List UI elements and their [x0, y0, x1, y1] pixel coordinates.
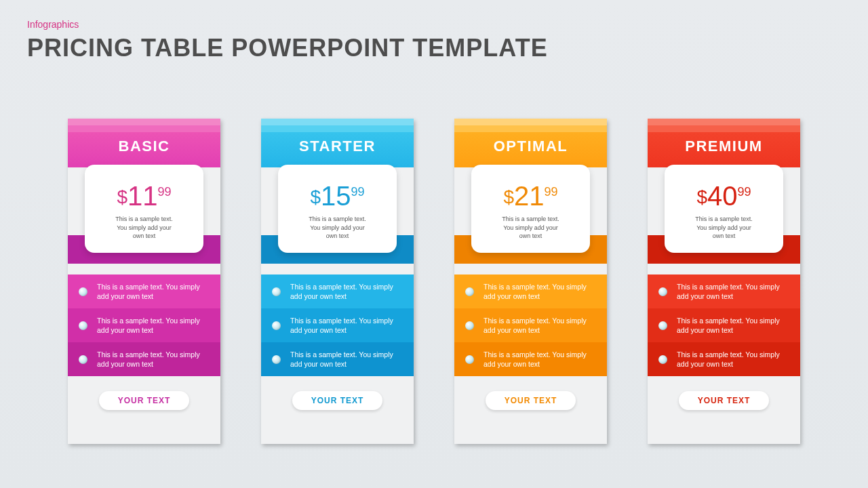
bullet-icon — [658, 321, 667, 330]
feature-text: This is a sample text. You simply add yo… — [97, 350, 211, 369]
price-main: 15 — [321, 182, 351, 209]
page-title: PRICING TABLE POWERPOINT TEMPLATE — [27, 34, 548, 62]
feature-item: This is a sample text. You simply add yo… — [454, 274, 607, 308]
feature-text: This is a sample text. You simply add yo… — [97, 316, 211, 335]
bullet-icon — [465, 287, 474, 296]
bullet-icon — [658, 287, 667, 296]
price-box: $ 11 99 This is a sample text. You simpl… — [85, 165, 203, 253]
price-box: $ 40 99 This is a sample text. You simpl… — [665, 165, 783, 253]
bullet-icon — [465, 355, 474, 364]
tier-header: STARTER — [261, 119, 414, 167]
tier-header: BASIC — [68, 119, 220, 167]
bullet-icon — [272, 287, 281, 296]
tier-name: PREMIUM — [648, 138, 800, 155]
feature-item: This is a sample text. You simply add yo… — [68, 274, 220, 308]
price-note: This is a sample text. You simply add yo… — [298, 215, 377, 241]
feature-text: This is a sample text. You simply add yo… — [677, 350, 791, 369]
cta-button[interactable]: YOUR TEXT — [99, 391, 190, 410]
price-cents: 99 — [158, 185, 172, 199]
price-note: This is a sample text. You simply add yo… — [491, 215, 570, 241]
price-value: $ 15 99 — [310, 182, 364, 209]
feature-item: This is a sample text. You simply add yo… — [261, 308, 414, 342]
bullet-icon — [272, 355, 281, 364]
tier-header: OPTIMAL — [454, 119, 607, 167]
feature-list: This is a sample text. You simply add yo… — [648, 274, 800, 376]
price-main: 11 — [127, 182, 158, 209]
feature-item: This is a sample text. You simply add yo… — [454, 308, 607, 342]
price-note: This is a sample text. You simply add yo… — [104, 215, 184, 241]
bullet-icon — [658, 355, 667, 364]
bullet-icon — [272, 321, 281, 330]
price-box: $ 21 99 This is a sample text. You simpl… — [471, 165, 590, 253]
feature-list: This is a sample text. You simply add yo… — [68, 274, 220, 376]
bullet-icon — [79, 321, 87, 330]
bullet-icon — [465, 321, 474, 330]
feature-text: This is a sample text. You simply add yo… — [484, 316, 597, 335]
feature-item: This is a sample text. You simply add yo… — [648, 308, 800, 342]
kicker-label: Infographics — [27, 19, 79, 30]
pricing-card-premium: PREMIUM $ 40 99 This is a sample text. Y… — [648, 119, 800, 444]
bullet-icon — [79, 287, 87, 296]
feature-text: This is a sample text. You simply add yo… — [290, 350, 404, 369]
price-cents: 99 — [545, 185, 558, 199]
pricing-cards-row: BASIC $ 11 99 This is a sample text. You… — [0, 119, 868, 444]
tier-name: BASIC — [68, 138, 220, 155]
feature-text: This is a sample text. You simply add yo… — [484, 282, 597, 301]
pricing-card-basic: BASIC $ 11 99 This is a sample text. You… — [68, 119, 220, 444]
price-currency: $ — [696, 186, 707, 208]
price-currency: $ — [117, 186, 127, 208]
feature-list: This is a sample text. You simply add yo… — [261, 274, 414, 376]
price-value: $ 11 99 — [117, 182, 171, 209]
feature-item: This is a sample text. You simply add yo… — [68, 342, 220, 376]
pricing-card-starter: STARTER $ 15 99 This is a sample text. Y… — [261, 119, 414, 444]
feature-item: This is a sample text. You simply add yo… — [648, 342, 800, 376]
price-cents: 99 — [738, 185, 751, 199]
price-cents: 99 — [351, 185, 365, 199]
tier-name: STARTER — [261, 138, 414, 155]
feature-list: This is a sample text. You simply add yo… — [454, 274, 607, 376]
feature-text: This is a sample text. You simply add yo… — [677, 282, 791, 301]
feature-item: This is a sample text. You simply add yo… — [261, 342, 414, 376]
price-currency: $ — [310, 186, 321, 208]
cta-button[interactable]: YOUR TEXT — [486, 391, 576, 410]
tier-name: OPTIMAL — [454, 138, 607, 155]
price-main: 21 — [514, 182, 545, 209]
pricing-card-optimal: OPTIMAL $ 21 99 This is a sample text. Y… — [454, 119, 607, 444]
price-box: $ 15 99 This is a sample text. You simpl… — [278, 165, 397, 253]
price-currency: $ — [503, 186, 514, 208]
feature-text: This is a sample text. You simply add yo… — [290, 282, 404, 301]
price-note: This is a sample text. You simply add yo… — [684, 215, 764, 241]
bullet-icon — [79, 355, 87, 364]
feature-text: This is a sample text. You simply add yo… — [97, 282, 211, 301]
tier-header: PREMIUM — [648, 119, 800, 167]
feature-item: This is a sample text. You simply add yo… — [454, 342, 607, 376]
feature-item: This is a sample text. You simply add yo… — [648, 274, 800, 308]
feature-item: This is a sample text. You simply add yo… — [68, 308, 220, 342]
feature-item: This is a sample text. You simply add yo… — [261, 274, 414, 308]
cta-button[interactable]: YOUR TEXT — [679, 391, 770, 410]
feature-text: This is a sample text. You simply add yo… — [484, 350, 597, 369]
price-value: $ 40 99 — [696, 182, 751, 209]
feature-text: This is a sample text. You simply add yo… — [677, 316, 791, 335]
price-main: 40 — [707, 182, 738, 209]
feature-text: This is a sample text. You simply add yo… — [290, 316, 404, 335]
cta-button[interactable]: YOUR TEXT — [292, 391, 383, 410]
price-value: $ 21 99 — [503, 182, 557, 209]
